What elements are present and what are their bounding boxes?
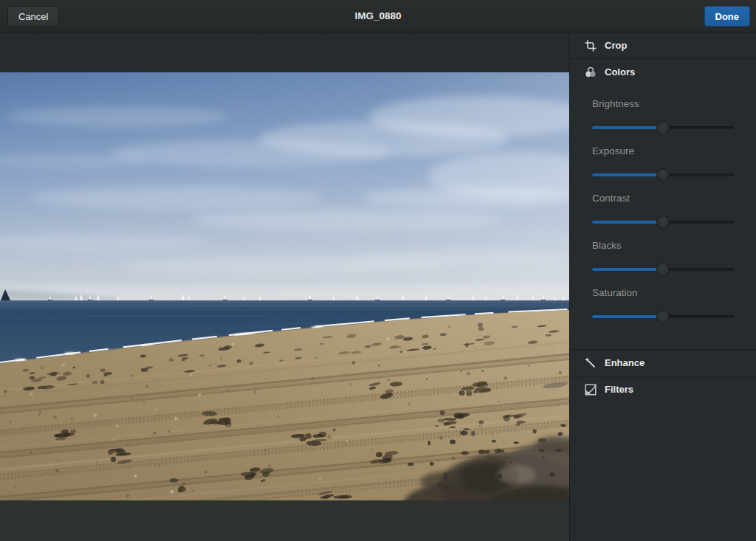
- page-title: IMG_0880: [0, 10, 756, 21]
- tool-section-colors[interactable]: Colors: [570, 59, 756, 85]
- header-bar: Cancel IMG_0880 Done: [0, 0, 756, 32]
- brightness-control: Brightness: [592, 98, 734, 137]
- exposure-slider[interactable]: [592, 166, 734, 184]
- section-label: Filters: [605, 384, 633, 395]
- section-label: Colors: [605, 66, 635, 77]
- section-label: Enhance: [605, 357, 645, 368]
- crop-icon: [585, 40, 597, 52]
- tool-section-filters[interactable]: Filters: [570, 376, 756, 402]
- colors-panel: Brightness Exposure Contrast: [570, 85, 756, 349]
- blacks-slider-handle[interactable]: [656, 263, 670, 276]
- blacks-slider[interactable]: [592, 261, 734, 278]
- saturation-control: Saturation: [592, 287, 734, 325]
- tool-section-enhance[interactable]: Enhance: [570, 350, 756, 376]
- photos-edit-window: Cancel IMG_0880 Done Crop: [0, 0, 756, 541]
- edit-tools-sidebar: Crop Colors Brightness Ex: [569, 32, 756, 541]
- saturation-label: Saturation: [592, 287, 734, 298]
- contrast-slider-handle[interactable]: [656, 216, 670, 229]
- edit-canvas: [0, 32, 569, 541]
- colors-icon: [585, 66, 597, 78]
- saturation-slider[interactable]: [592, 308, 734, 325]
- brightness-label: Brightness: [592, 98, 734, 109]
- contrast-label: Contrast: [592, 193, 734, 204]
- brightness-slider-handle[interactable]: [656, 121, 670, 134]
- tool-section-crop[interactable]: Crop: [570, 32, 756, 58]
- exposure-label: Exposure: [592, 145, 734, 156]
- brightness-slider[interactable]: [592, 119, 734, 137]
- enhance-icon: [585, 357, 597, 369]
- done-button[interactable]: Done: [704, 6, 751, 27]
- section-label: Crop: [605, 40, 627, 51]
- blacks-control: Blacks: [592, 240, 734, 278]
- blacks-label: Blacks: [592, 240, 734, 251]
- contrast-slider[interactable]: [592, 213, 734, 231]
- contrast-control: Contrast: [592, 193, 734, 231]
- exposure-control: Exposure: [592, 145, 734, 184]
- filters-icon: [585, 384, 597, 396]
- saturation-slider-handle[interactable]: [656, 310, 670, 323]
- photo-preview: [0, 72, 569, 500]
- exposure-slider-handle[interactable]: [656, 168, 670, 182]
